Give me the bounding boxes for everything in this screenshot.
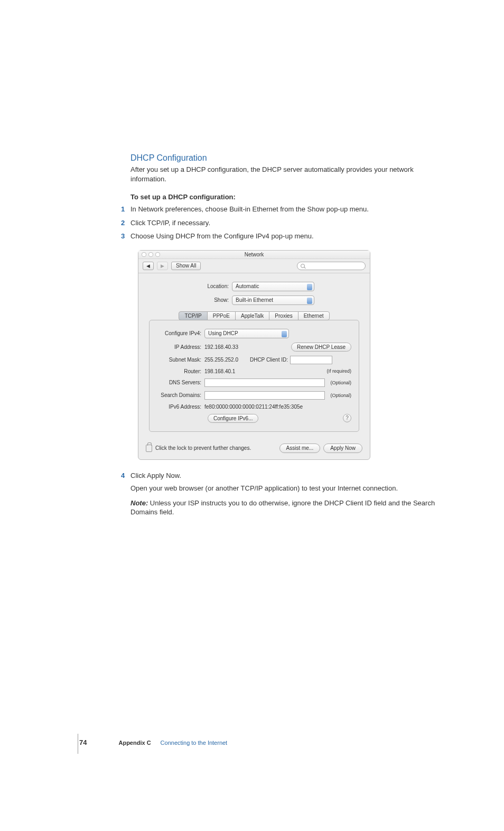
router-value: 198.168.40.1 bbox=[204, 368, 235, 374]
note-para: Note: Unless your ISP instructs you to d… bbox=[130, 498, 437, 517]
step-3: 3 Choose Using DHCP from the Configure I… bbox=[130, 231, 437, 242]
search-domains-input[interactable] bbox=[204, 391, 325, 400]
network-window: Network ◀ ▶ Show All Location: Automatic… bbox=[138, 250, 370, 460]
step-text: Choose Using DHCP from the Configure IPv… bbox=[130, 231, 437, 242]
forward-button[interactable]: ▶ bbox=[157, 262, 168, 270]
appendix-label: Appendix C bbox=[118, 740, 151, 746]
step-1: 1 In Network preferences, choose Built-i… bbox=[130, 204, 437, 215]
footer-rule bbox=[78, 734, 78, 754]
setup-subheading: To set up a DHCP configuration: bbox=[130, 193, 437, 201]
window-bottom-bar: Click the lock to prevent further change… bbox=[138, 438, 370, 459]
page-footer: 74 Appendix C Connecting to the Internet bbox=[79, 738, 227, 746]
help-button[interactable]: ? bbox=[343, 414, 351, 422]
subnet-mask-value: 255.255.252.0 bbox=[204, 357, 238, 363]
back-button[interactable]: ◀ bbox=[143, 262, 154, 270]
dhcp-client-id-input[interactable] bbox=[290, 356, 332, 364]
renew-dhcp-button[interactable]: Renew DHCP Lease bbox=[291, 343, 351, 352]
dns-servers-input[interactable] bbox=[204, 378, 325, 387]
tcpip-tab-content: Configure IPv4: Using DHCP IP Address: 1… bbox=[149, 320, 359, 432]
ipv6-address-value: fe80:0000:0000:0000:0211:24ff:fe35:305e bbox=[204, 404, 303, 410]
dns-servers-label: DNS Servers: bbox=[157, 380, 204, 385]
main-panel: Location: Automatic Show: Built-in Ether… bbox=[138, 273, 370, 438]
configure-ipv4-label: Configure IPv4: bbox=[157, 330, 204, 336]
dhcp-client-id-label: DHCP Client ID: bbox=[250, 357, 288, 363]
page-number: 74 bbox=[79, 738, 87, 746]
window-titlebar: Network bbox=[138, 251, 370, 259]
router-label: Router: bbox=[157, 368, 204, 374]
note-label: Note: bbox=[130, 499, 148, 507]
network-prefs-screenshot: Network ◀ ▶ Show All Location: Automatic… bbox=[138, 250, 437, 460]
optional-text: (Optional) bbox=[330, 393, 351, 398]
location-select[interactable]: Automatic bbox=[232, 282, 314, 291]
show-label: Show: bbox=[194, 297, 232, 303]
show-select[interactable]: Built-in Ethernet bbox=[232, 296, 314, 305]
step-4: 4 Click Apply Now. bbox=[130, 470, 437, 481]
step-text: Click Apply Now. bbox=[130, 470, 437, 481]
search-icon bbox=[301, 264, 305, 268]
assist-me-button[interactable]: Assist me... bbox=[279, 444, 321, 453]
appendix-title: Connecting to the Internet bbox=[161, 740, 228, 746]
window-toolbar: ◀ ▶ Show All bbox=[138, 259, 370, 273]
location-label: Location: bbox=[194, 283, 232, 289]
step-text: In Network preferences, choose Built-in … bbox=[130, 204, 437, 215]
tab-tcpip[interactable]: TCP/IP bbox=[179, 311, 207, 320]
configure-ipv4-select[interactable]: Using DHCP bbox=[204, 329, 289, 338]
step-2: 2 Click TCP/IP, if necessary. bbox=[130, 218, 437, 228]
post-para-1: Open your web browser (or another TCP/IP… bbox=[130, 484, 437, 493]
subnet-mask-label: Subnet Mask: bbox=[157, 357, 204, 363]
tab-proxies[interactable]: Proxies bbox=[269, 311, 298, 320]
tab-ethernet[interactable]: Ethernet bbox=[298, 311, 330, 320]
tab-appletalk[interactable]: AppleTalk bbox=[235, 311, 269, 320]
tab-pppoe[interactable]: PPPoE bbox=[207, 311, 236, 320]
step-number: 2 bbox=[121, 218, 130, 228]
configure-ipv6-button[interactable]: Configure IPv6... bbox=[208, 414, 258, 423]
step-text: Click TCP/IP, if necessary. bbox=[130, 218, 437, 228]
ip-address-value: 192.168.40.33 bbox=[204, 344, 238, 350]
optional-text: (Optional) bbox=[330, 380, 351, 385]
search-input[interactable] bbox=[297, 262, 366, 270]
window-title: Network bbox=[138, 252, 370, 257]
intro-text: After you set up a DHCP configuration, t… bbox=[130, 165, 437, 183]
lock-text: Click the lock to prevent further change… bbox=[155, 445, 251, 451]
note-text: Unless your ISP instructs you to do othe… bbox=[130, 499, 435, 516]
if-required-text: (If required) bbox=[326, 368, 351, 374]
search-domains-label: Search Domains: bbox=[157, 392, 204, 398]
ip-address-label: IP Address: bbox=[157, 344, 204, 350]
ipv6-address-label: IPv6 Address: bbox=[157, 404, 204, 410]
apply-now-button[interactable]: Apply Now bbox=[323, 444, 362, 453]
step-number: 4 bbox=[121, 470, 130, 481]
step-number: 3 bbox=[121, 231, 130, 242]
dhcp-heading: DHCP Configuration bbox=[130, 153, 437, 163]
tab-bar: TCP/IP PPPoE AppleTalk Proxies Ethernet bbox=[149, 311, 359, 320]
step-number: 1 bbox=[121, 204, 130, 215]
show-all-button[interactable]: Show All bbox=[171, 262, 201, 270]
lock-icon[interactable] bbox=[146, 445, 152, 452]
